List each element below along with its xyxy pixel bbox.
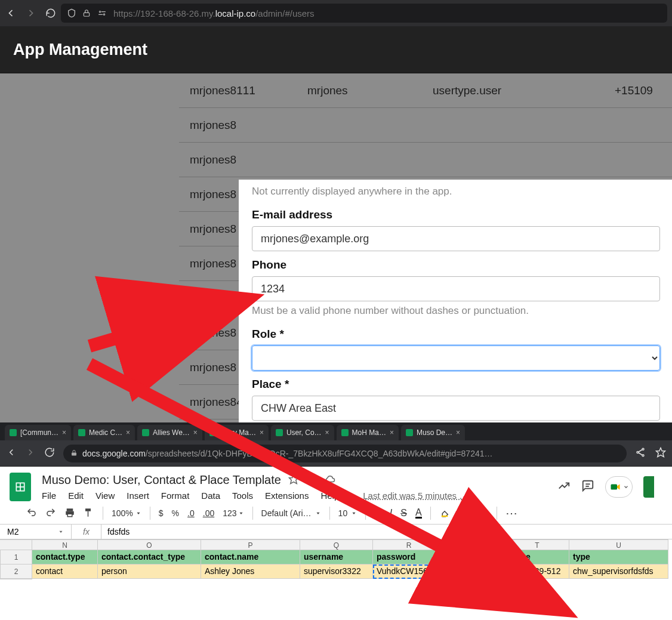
email-field[interactable] (252, 226, 660, 251)
row-header[interactable]: 1 (0, 550, 32, 565)
undo-icon[interactable] (26, 507, 37, 520)
format-currency[interactable]: $ (159, 508, 164, 518)
share-button[interactable] (643, 476, 654, 498)
header-cell[interactable]: type (569, 550, 668, 565)
data-cell[interactable]: supervisor3322 (300, 565, 373, 579)
svg-point-13 (642, 448, 644, 450)
menu-edit[interactable]: Edit (68, 491, 84, 501)
phone-field[interactable] (252, 276, 660, 301)
column-header[interactable]: U (569, 539, 668, 550)
zoom-dropdown[interactable]: 100% (112, 508, 141, 518)
increase-decimal[interactable]: .00 (203, 508, 214, 518)
browser-tab[interactable]: Muso De…× (401, 425, 465, 440)
svg-marker-27 (617, 485, 620, 490)
star-icon[interactable] (288, 474, 299, 487)
role-select[interactable] (252, 346, 660, 371)
header-cell[interactable]: contact.contact_type (98, 550, 201, 565)
reload-icon[interactable] (44, 447, 55, 460)
decrease-decimal[interactable]: .0 (187, 508, 195, 518)
print-icon[interactable] (64, 507, 75, 520)
font-dropdown[interactable]: Default (Ari… (261, 508, 321, 518)
last-edit-text[interactable]: Last edit was 5 minutes … (363, 491, 468, 501)
corner-cell[interactable] (0, 539, 32, 550)
data-cell[interactable]: 6badf839-512 (505, 565, 569, 579)
column-header[interactable]: Q (300, 539, 373, 550)
menu-help[interactable]: Help (320, 491, 339, 501)
back-icon[interactable] (5, 7, 17, 19)
activity-icon[interactable] (557, 479, 571, 495)
back-icon[interactable] (6, 447, 17, 460)
borders-icon[interactable] (458, 507, 469, 520)
column-header[interactable]: N (32, 539, 98, 550)
fill-color-icon[interactable] (439, 507, 450, 520)
move-icon[interactable] (306, 474, 317, 487)
header-cell[interactable]: contact.name (201, 550, 300, 565)
url-bar[interactable]: https://192-168-68-26.my.local-ip.co/adm… (61, 4, 667, 23)
browser-tab[interactable]: Medic C…× (73, 425, 135, 440)
data-cell[interactable]: chw_supervisorfdsfds (569, 565, 668, 579)
header-cell[interactable]: username (300, 550, 373, 565)
browser-tab[interactable]: User, Co…× (271, 425, 334, 440)
more-formats[interactable]: 123 (223, 508, 243, 518)
shield-icon (67, 8, 76, 18)
formula-input[interactable]: fdsfds (101, 525, 135, 539)
permissions-icon (97, 9, 107, 17)
column-header[interactable]: P (201, 539, 300, 550)
data-cell[interactable]: person (98, 565, 201, 579)
browser-tab[interactable]: MoH Ma…× (337, 425, 399, 440)
chrome-toolbar: docs.google.com/spreadsheets/d/1Qk-DHFyB… (0, 440, 672, 467)
column-header[interactable]: S (445, 539, 505, 550)
email-label: E-mail address (252, 208, 660, 221)
chrome-url-bar[interactable]: docs.google.com/spreadsheets/d/1Qk-DHFyB… (63, 445, 627, 462)
data-cell[interactable]: Ashley Jones (201, 565, 300, 579)
svg-rect-5 (10, 429, 17, 436)
browser-tab[interactable]: Allies We…× (137, 425, 202, 440)
header-cell[interactable]: password (373, 550, 445, 565)
menu-file[interactable]: File (42, 491, 56, 501)
menu-extensions[interactable]: Extensions (265, 491, 309, 501)
document-title[interactable]: Muso Demo: User, Contact & Place Templat… (42, 473, 281, 487)
fontsize-dropdown[interactable]: 10 (338, 508, 357, 518)
sheets-logo-icon[interactable] (10, 473, 31, 501)
menu-tools[interactable]: Tools (232, 491, 253, 501)
data-cell[interactable]: contact (32, 565, 98, 579)
header-cell[interactable]: place (505, 550, 569, 565)
cloud-icon[interactable] (324, 474, 336, 487)
url-text: https://192-168-68-26.my.local-ip.co/adm… (113, 8, 315, 18)
menu-insert[interactable]: Insert (127, 491, 149, 501)
menu-format[interactable]: Format (161, 491, 190, 501)
merge-cells-icon[interactable] (477, 507, 488, 520)
browser-tab[interactable]: [Commun…× (5, 425, 71, 440)
meet-button[interactable] (605, 476, 633, 498)
more-icon[interactable]: ⋯ (505, 506, 519, 520)
text-color-icon[interactable]: A (415, 508, 422, 519)
column-header[interactable]: R (373, 539, 445, 550)
format-percent[interactable]: % (172, 508, 179, 518)
share-icon[interactable] (635, 447, 646, 460)
reload-icon[interactable] (45, 8, 56, 18)
paint-format-icon[interactable] (84, 507, 94, 520)
name-box[interactable]: M2 (0, 525, 72, 539)
place-field[interactable] (252, 396, 660, 421)
row-header[interactable]: 2 (0, 565, 32, 579)
spreadsheet-grid[interactable]: NOPQRSTU1contact.typecontact.contact_typ… (0, 539, 672, 579)
comment-icon[interactable] (581, 479, 594, 495)
row-header[interactable] (0, 579, 32, 579)
star-icon[interactable] (655, 447, 666, 460)
column-header[interactable]: T (505, 539, 569, 550)
bold-icon[interactable]: B (374, 508, 381, 519)
svg-rect-26 (611, 485, 618, 490)
column-header[interactable]: O (98, 539, 201, 550)
forward-icon[interactable] (25, 447, 36, 460)
menu-view[interactable]: View (95, 491, 115, 501)
header-cell[interactable]: phone (445, 550, 505, 565)
menu-data[interactable]: Data (201, 491, 220, 501)
redo-icon[interactable] (45, 507, 56, 520)
data-cell[interactable]: VuhdkCW1567 (373, 565, 445, 579)
forward-icon[interactable] (25, 7, 37, 19)
italic-icon[interactable]: I (390, 508, 392, 519)
browser-tab[interactable]: Story Ma…× (205, 425, 269, 440)
data-cell[interactable]: 1234 (445, 565, 505, 579)
strikethrough-icon[interactable]: S (400, 508, 407, 519)
header-cell[interactable]: contact.type (32, 550, 98, 565)
